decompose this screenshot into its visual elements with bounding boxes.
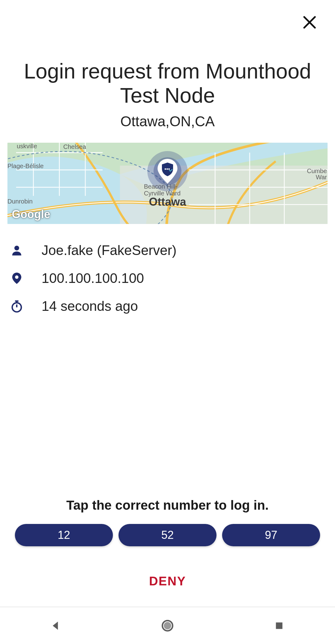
challenge-prompt: Tap the correct number to log in. bbox=[15, 498, 320, 513]
nav-recents-button[interactable] bbox=[269, 616, 289, 636]
svg-point-8 bbox=[15, 275, 19, 279]
number-options: 12 52 97 bbox=[15, 524, 320, 546]
page-subtitle: Ottawa,ON,CA bbox=[0, 113, 335, 130]
map-place-ne: Chelsea bbox=[63, 143, 86, 150]
detail-ip-text: 100.100.100.100 bbox=[42, 271, 144, 286]
svg-point-7 bbox=[14, 246, 19, 250]
close-icon bbox=[302, 14, 318, 30]
location-pin-icon bbox=[10, 271, 24, 285]
detail-time-text: 14 seconds ago bbox=[42, 298, 138, 314]
stopwatch-icon bbox=[10, 299, 24, 313]
nav-back-button[interactable] bbox=[46, 616, 66, 636]
map-place-sw: Dunrobin bbox=[7, 198, 33, 205]
svg-rect-15 bbox=[276, 622, 283, 629]
svg-point-4 bbox=[165, 168, 166, 170]
shield-pin-icon bbox=[158, 159, 177, 184]
svg-point-5 bbox=[167, 168, 168, 170]
detail-ip: 100.100.100.100 bbox=[10, 264, 325, 292]
circle-home-icon bbox=[161, 619, 174, 633]
svg-point-6 bbox=[168, 168, 170, 170]
map-place-e3: War bbox=[316, 174, 327, 181]
challenge-section: Tap the correct number to log in. 12 52 … bbox=[0, 498, 335, 607]
map-place-w1: Plage-Bélisle bbox=[7, 163, 44, 170]
detail-user-text: Joe.fake (FakeServer) bbox=[42, 243, 176, 258]
person-icon bbox=[10, 244, 24, 257]
number-option-1[interactable]: 52 bbox=[118, 524, 217, 546]
map[interactable]: Chelsea uskville Plage-Bélisle Dunrobin … bbox=[7, 143, 328, 224]
detail-list: Joe.fake (FakeServer) 100.100.100.100 14… bbox=[0, 236, 335, 320]
triangle-back-icon bbox=[50, 619, 62, 632]
map-pin bbox=[158, 159, 177, 184]
page-title: Login request from Mounthood Test Node bbox=[0, 59, 335, 107]
map-center-label: Ottawa bbox=[149, 195, 186, 208]
close-button[interactable] bbox=[300, 12, 319, 32]
detail-time: 14 seconds ago bbox=[10, 292, 325, 320]
square-recents-icon bbox=[274, 620, 285, 631]
number-option-2[interactable]: 97 bbox=[222, 524, 320, 546]
spacer bbox=[0, 320, 335, 498]
detail-user: Joe.fake (FakeServer) bbox=[10, 236, 325, 264]
content-header: Login request from Mounthood Test Node O… bbox=[0, 50, 335, 130]
number-option-0[interactable]: 12 bbox=[15, 524, 113, 546]
top-bar bbox=[0, 0, 335, 50]
nav-home-button[interactable] bbox=[158, 616, 177, 636]
svg-point-14 bbox=[164, 622, 171, 629]
map-place-nw: uskville bbox=[17, 143, 37, 150]
deny-button[interactable]: DENY bbox=[15, 574, 320, 588]
map-attribution: Google bbox=[12, 208, 50, 221]
system-nav-bar bbox=[0, 607, 335, 644]
